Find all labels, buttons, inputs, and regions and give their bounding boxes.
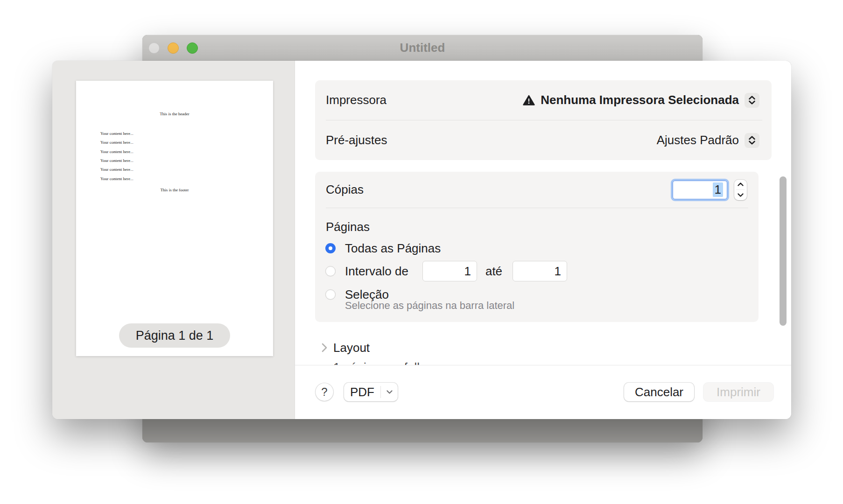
range-label: Intervalo de: [345, 263, 408, 279]
print-dialog: This is the header Your content here... …: [52, 61, 791, 419]
printer-value: Nenhuma Impressora Selecionada: [541, 93, 739, 107]
range-from-input[interactable]: 1: [422, 261, 477, 281]
stepper-up[interactable]: [734, 180, 747, 190]
divider: [326, 208, 748, 208]
presets-value: Ajustes Padrão: [657, 133, 739, 147]
presets-label: Pré-ajustes: [326, 133, 387, 147]
stepper-down[interactable]: [734, 190, 747, 200]
chevron-down-icon: [748, 100, 756, 105]
help-button[interactable]: ?: [316, 383, 333, 401]
chevron-right-icon: [322, 343, 327, 352]
warning-icon: [523, 95, 535, 106]
chevron-down-icon: [748, 140, 756, 145]
preview-content-line: Your content here...: [100, 158, 133, 163]
preview-content-line: Your content here...: [100, 131, 133, 136]
preview-content-line: Your content here...: [100, 140, 133, 145]
layout-peek-text: 1 página por folha: [333, 360, 430, 365]
printer-presets-card: Impressora Nenhuma Impressora Selecionad…: [315, 80, 772, 160]
copies-input[interactable]: 1: [673, 181, 727, 199]
zoom-button[interactable]: [187, 42, 198, 54]
printer-label: Impressora: [326, 93, 386, 107]
copies-stepper[interactable]: [734, 180, 747, 200]
scrollbar-thumb[interactable]: [780, 176, 787, 326]
cancel-button[interactable]: Cancelar: [624, 383, 694, 401]
preview-content-line: Your content here...: [100, 149, 133, 154]
range-to-word: até: [482, 263, 506, 279]
copies-label: Cópias: [326, 182, 364, 197]
presets-row: Pré-ajustes Ajustes Padrão: [315, 120, 772, 160]
selection-hint: Selecione as páginas na barra lateral: [345, 300, 514, 312]
desktop: Untitled This is the header Your content…: [0, 0, 843, 504]
copies-pages-card: Cópias 1: [315, 172, 759, 322]
titlebar: Untitled: [142, 35, 702, 61]
printer-stepper[interactable]: [745, 93, 759, 108]
all-pages-label: Todas as Páginas: [345, 240, 441, 256]
preview-footer-text: This is the footer: [76, 188, 273, 192]
pdf-menu-button[interactable]: PDF: [344, 383, 398, 401]
radio-page-range[interactable]: [325, 266, 336, 276]
pdf-label: PDF: [344, 385, 380, 399]
printer-select[interactable]: Nenhuma Impressora Selecionada: [523, 93, 759, 108]
radio-selection[interactable]: [325, 289, 336, 300]
layout-disclosure[interactable]: Layout: [322, 339, 370, 356]
chevron-up-icon: [748, 96, 756, 100]
chevron-down-icon: [386, 390, 393, 394]
page-preview: This is the header Your content here... …: [76, 81, 273, 356]
preview-content-line: Your content here...: [100, 176, 133, 181]
pages-label: Páginas: [326, 220, 370, 234]
range-to-input[interactable]: 1: [513, 261, 567, 281]
chevron-up-icon: [748, 136, 756, 140]
print-settings-pane: Impressora Nenhuma Impressora Selecionad…: [295, 61, 791, 419]
presets-stepper[interactable]: [745, 133, 759, 148]
window-title: Untitled: [142, 35, 702, 61]
page-indicator: Página 1 de 1: [119, 323, 230, 348]
preview-header-text: This is the header: [76, 112, 273, 116]
print-preview-pane: This is the header Your content here... …: [52, 61, 295, 419]
copies-row: Cópias 1: [315, 172, 759, 208]
dialog-footer: ? PDF Cancelar Imprimir: [295, 365, 791, 419]
print-button[interactable]: Imprimir: [703, 383, 773, 401]
layout-label: Layout: [333, 341, 370, 355]
radio-all-pages[interactable]: [325, 243, 336, 253]
presets-select[interactable]: Ajustes Padrão: [657, 133, 759, 148]
preview-content-line: Your content here...: [100, 167, 133, 172]
chevron-down-icon: [738, 193, 744, 197]
chevron-up-icon: [738, 182, 744, 186]
close-button[interactable]: [148, 42, 160, 54]
minimize-button[interactable]: [168, 42, 179, 54]
pdf-menu-chevron[interactable]: [381, 390, 398, 394]
printer-row: Impressora Nenhuma Impressora Selecionad…: [315, 80, 772, 120]
copies-value: 1: [713, 182, 723, 197]
